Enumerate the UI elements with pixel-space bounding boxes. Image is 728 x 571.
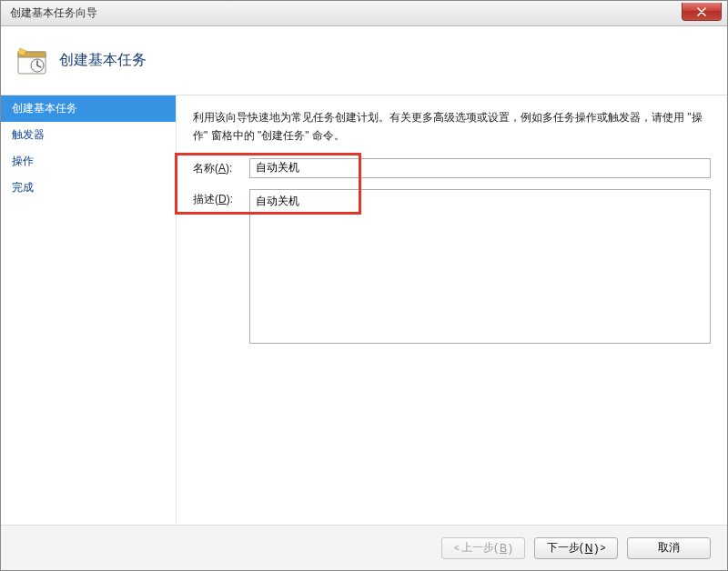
sidebar-item-action[interactable]: 操作 <box>1 148 176 175</box>
sidebar-item-finish[interactable]: 完成 <box>1 175 176 201</box>
wizard-main: 利用该向导快速地为常见任务创建计划。有关更多高级选项或设置，例如多任务操作或触发… <box>177 95 727 525</box>
instructions-text: 利用该向导快速地为常见任务创建计划。有关更多高级选项或设置，例如多任务操作或触发… <box>193 108 711 145</box>
scheduled-task-icon <box>17 46 46 75</box>
name-row: 名称(A): <box>193 158 711 178</box>
chevron-right-icon: > <box>600 543 605 553</box>
name-label: 名称(A): <box>193 158 249 176</box>
wizard-sidebar: 创建基本任务 触发器 操作 完成 <box>1 95 177 525</box>
wizard-body: 创建基本任务 触发器 操作 完成 利用该向导快速地为常见任务创建计划。有关更多高… <box>1 95 727 525</box>
back-button: < 上一步(B) <box>441 537 525 559</box>
chevron-left-icon: < <box>454 543 460 553</box>
wizard-window: 创建基本任务向导 创建基本任务 创建基本任务 触发器 操作 完成 利 <box>0 0 728 571</box>
titlebar[interactable]: 创建基本任务向导 <box>1 1 727 26</box>
wizard-header: 创建基本任务 <box>1 26 727 95</box>
name-input[interactable] <box>249 158 711 178</box>
sidebar-item-trigger[interactable]: 触发器 <box>1 122 176 148</box>
page-title: 创建基本任务 <box>59 51 147 70</box>
form-area: 名称(A): 描述(D): <box>193 158 711 344</box>
cancel-button[interactable]: 取消 <box>627 537 711 559</box>
description-label: 描述(D): <box>193 189 249 207</box>
description-textarea[interactable] <box>249 189 711 344</box>
description-row: 描述(D): <box>193 189 711 344</box>
next-button[interactable]: 下一步(N) > <box>534 537 618 559</box>
wizard-footer: < 上一步(B) 下一步(N) > 取消 <box>1 525 727 570</box>
window-title: 创建基本任务向导 <box>10 5 97 21</box>
close-icon <box>697 7 706 16</box>
sidebar-item-create-basic-task[interactable]: 创建基本任务 <box>1 95 176 122</box>
close-button[interactable] <box>682 3 722 21</box>
